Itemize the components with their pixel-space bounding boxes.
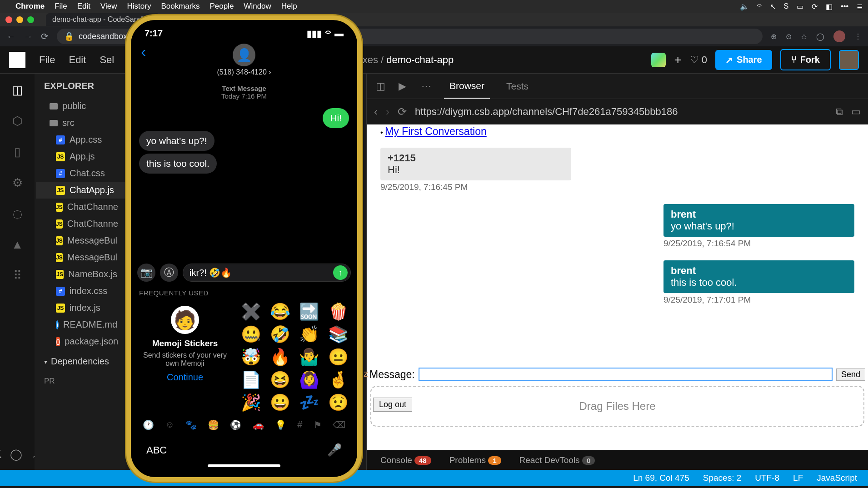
back-button[interactable]: ← — [6, 31, 15, 42]
emoji-cat-activity-icon[interactable]: ⚽ — [230, 419, 241, 430]
menu-people[interactable]: People — [210, 2, 234, 11]
emoji-cat-food-icon[interactable]: 🍔 — [208, 419, 219, 430]
cs-menu-file[interactable]: File — [39, 54, 55, 66]
dependencies-section[interactable]: Dependencies — [36, 350, 125, 373]
emoji-option[interactable]: 🙆‍♀️ — [296, 370, 322, 389]
forward-button[interactable]: → — [24, 31, 33, 42]
cs-menu-selection[interactable]: Sel — [100, 54, 114, 66]
message-bubble[interactable]: this is too cool. — [139, 154, 217, 174]
emoji-option[interactable]: 📄 — [238, 370, 264, 389]
file-item[interactable]: JSChatChanne — [36, 215, 125, 232]
minimize-window-button[interactable] — [16, 16, 23, 23]
emoji-cat-objects-icon[interactable]: 💡 — [275, 419, 286, 430]
emoji-option[interactable]: 🤯 — [238, 348, 264, 367]
console-tab[interactable]: Console 48 — [380, 455, 431, 465]
file-item[interactable]: JSindex.js — [36, 299, 125, 316]
status-lang[interactable]: JavaScript — [817, 473, 857, 483]
deploy-icon[interactable] — [651, 53, 666, 67]
menu-window[interactable]: Window — [244, 2, 271, 11]
logout-button[interactable]: Log out — [373, 398, 412, 412]
file-item[interactable]: JSChatApp.js — [35, 182, 125, 199]
emoji-option[interactable]: 🤞 — [325, 370, 351, 389]
menu-view[interactable]: View — [100, 2, 117, 11]
camera-icon[interactable]: 📷 — [137, 264, 155, 282]
emoji-option[interactable]: 😟 — [325, 393, 351, 412]
emoji-option[interactable]: 🔜 — [296, 302, 322, 321]
preview-icon[interactable]: ▶ — [399, 80, 410, 92]
status-eol[interactable]: LF — [793, 473, 803, 483]
preview-back-icon[interactable]: ‹ — [374, 105, 378, 118]
tray-icon-sync[interactable]: ⟳ — [812, 2, 818, 11]
macos-app-name[interactable]: Chrome — [15, 2, 45, 11]
emoji-option[interactable]: 😐 — [325, 348, 351, 367]
codesandbox-logo-icon[interactable] — [9, 52, 25, 68]
emoji-option[interactable]: 📚 — [325, 325, 351, 344]
appstore-icon[interactable]: Ⓐ — [160, 264, 178, 282]
live-icon[interactable]: ⠿ — [10, 268, 25, 283]
github-social-icon[interactable]: ◯ — [10, 448, 22, 461]
rocket-icon[interactable]: ▲ — [10, 237, 25, 252]
keyboard-abc-button[interactable]: ABC — [146, 444, 167, 456]
emoji-cat-animals-icon[interactable]: 🐾 — [185, 419, 197, 430]
message-input[interactable] — [419, 368, 833, 381]
tab-browser[interactable]: Browser — [444, 74, 490, 99]
preview-url[interactable]: https://diygm.csb.app/channels/CHf7de261… — [415, 106, 828, 118]
send-button[interactable]: Send — [836, 368, 865, 381]
emoji-option[interactable]: 😀 — [267, 393, 293, 412]
file-item[interactable]: JSNameBox.js — [36, 266, 125, 283]
add-button[interactable]: + — [674, 53, 681, 67]
tray-icon-s[interactable]: S — [784, 2, 789, 10]
wifi-icon[interactable]: ⌔ — [757, 2, 762, 10]
emoji-cat-smiley-icon[interactable]: ☺ — [165, 419, 174, 430]
message-bubble[interactable]: yo what's up?! — [139, 131, 215, 151]
send-up-icon[interactable]: ↑ — [333, 265, 348, 280]
emoji-option[interactable]: 🤐 — [238, 325, 264, 344]
contact-phone[interactable]: (518) 348-4120 › — [131, 68, 357, 76]
status-encoding[interactable]: UTF-8 — [755, 473, 779, 483]
emoji-option[interactable]: 😂 — [267, 302, 293, 321]
open-external-icon[interactable]: ⧉ — [836, 106, 843, 118]
home-indicator[interactable] — [208, 464, 280, 467]
messages-back-icon[interactable]: ‹ — [141, 43, 146, 60]
emoji-option[interactable]: 🔥 — [267, 348, 293, 367]
emoji-cat-flags-icon[interactable]: ⚑ — [314, 419, 322, 430]
emoji-option[interactable]: 🤣 — [267, 325, 293, 344]
control-center-icon[interactable]: ≣ — [857, 2, 863, 11]
file-item[interactable]: #App.css — [36, 131, 125, 148]
menu-bookmarks[interactable]: Bookmarks — [161, 2, 200, 11]
emoji-option[interactable]: 🍿 — [325, 302, 351, 321]
tray-icon-note[interactable]: ◧ — [826, 2, 833, 11]
memoji-continue-button[interactable]: Continue — [141, 372, 229, 383]
close-window-button[interactable] — [5, 16, 12, 23]
emoji-option[interactable]: 💤 — [296, 393, 322, 412]
maximize-window-button[interactable] — [27, 16, 34, 23]
microphone-icon[interactable]: 🎤 — [327, 443, 342, 457]
gear-icon[interactable]: ⚙ — [10, 175, 25, 190]
emoji-cat-recent-icon[interactable]: 🕐 — [143, 419, 154, 430]
file-item[interactable]: JSChatChanne — [36, 199, 125, 215]
chrome-menu-icon[interactable]: ⋮ — [854, 32, 862, 41]
menu-help[interactable]: Help — [281, 2, 297, 11]
share-button[interactable]: ↗ Share — [715, 50, 772, 70]
file-item[interactable]: #Chat.css — [36, 165, 125, 182]
emoji-cat-symbols-icon[interactable]: # — [297, 419, 302, 430]
file-item[interactable]: iREADME.md — [36, 316, 125, 333]
folder-src[interactable]: src — [36, 115, 125, 131]
fork-button[interactable]: ⑂ Fork — [780, 49, 831, 70]
emoji-option[interactable]: 👏 — [296, 325, 322, 344]
cs-menu-edit[interactable]: Edit — [69, 54, 86, 66]
menu-history[interactable]: History — [127, 2, 151, 11]
reload-button[interactable]: ⟳ — [41, 31, 49, 42]
menu-edit[interactable]: Edit — [77, 2, 90, 11]
explorer-tab-icon[interactable]: ◫ — [10, 83, 25, 97]
github-icon[interactable]: ◌ — [10, 206, 25, 221]
drag-drop-zone[interactable]: Drag Files Here — [370, 386, 864, 427]
emoji-delete-icon[interactable]: ⌫ — [333, 419, 345, 430]
file-icon[interactable]: ▯ — [10, 144, 25, 159]
contact-avatar[interactable]: 👤 — [233, 44, 255, 66]
menu-file[interactable]: File — [55, 2, 67, 11]
devtools-tab[interactable]: React DevTools 0 — [519, 455, 595, 465]
memoji-avatar-icon[interactable]: 🧑 — [171, 306, 199, 334]
like-button[interactable]: ♡ 0 — [690, 54, 707, 66]
extension-icon[interactable]: ◯ — [816, 32, 824, 41]
